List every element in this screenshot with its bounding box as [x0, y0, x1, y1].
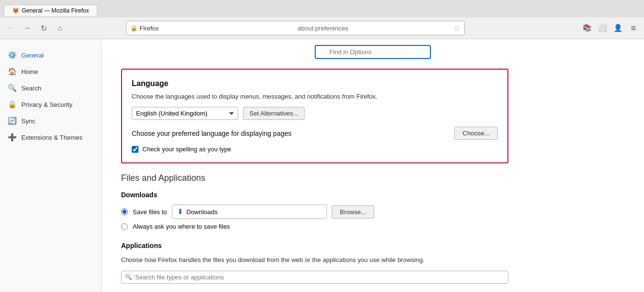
forward-button[interactable]: → [20, 21, 34, 35]
search-icon: 🔍 [8, 84, 16, 92]
sidebar-item-search-label: Search [21, 85, 41, 92]
preferred-lang-text: Choose your preferred language for displ… [132, 130, 291, 137]
bookmark-star-icon[interactable]: ☆ [454, 24, 460, 33]
sidebar-item-search[interactable]: 🔍 Search [0, 80, 101, 96]
menu-button[interactable]: ≡ [627, 21, 640, 35]
browser-chrome: 🦊 General — Mozilla Firefox ← → ↻ ⌂ 🔒 Fi… [0, 0, 644, 39]
search-apps-wrapper: 🔍 [121, 271, 508, 284]
downloads-subtitle: Downloads [121, 191, 508, 199]
downloads-section: Downloads Save files to ⬇ Downloads Brow… [121, 191, 508, 230]
spelling-checkbox-label: Check your spelling as you type [142, 146, 231, 153]
downloads-folder-icon: ⬇ [177, 207, 184, 216]
search-apps-icon: 🔍 [125, 274, 132, 280]
save-files-radio[interactable] [121, 208, 128, 215]
save-files-label: Save files to [133, 208, 167, 216]
sidebar-item-extensions-label: Extensions & Themes [21, 134, 82, 141]
back-button[interactable]: ← [4, 21, 17, 35]
language-section: Language Choose the languages used to di… [121, 69, 508, 163]
app-body: ⚙️ General 🏠 Home 🔍 Search 🔒 Privacy & S… [0, 39, 644, 292]
address-favicon: 🔒 [130, 25, 138, 31]
tab-favicon: 🦊 [12, 7, 19, 14]
find-in-options-input[interactable] [315, 45, 431, 59]
spelling-checkbox-row: Check your spelling as you type [132, 146, 498, 153]
lock-icon: 🔒 [8, 100, 16, 109]
applications-description: Choose how Firefox handles the files you… [121, 255, 508, 265]
sync-icon: 🔄 [8, 117, 16, 125]
preferred-language-row: Choose your preferred language for displ… [132, 127, 498, 140]
home-button[interactable]: ⌂ [53, 21, 67, 35]
save-files-row: Save files to ⬇ Downloads Browse... [121, 204, 508, 219]
reload-button[interactable]: ↻ [37, 21, 50, 35]
tab-bar: 🦊 General — Mozilla Firefox [0, 0, 644, 17]
content-area: 🔍 Language Choose the languages used to … [102, 39, 644, 292]
library-button[interactable]: 📚 [580, 21, 594, 35]
always-ask-label: Always ask you where to save files [133, 223, 230, 230]
search-applications-input[interactable] [121, 271, 508, 284]
sidebar-item-privacy[interactable]: 🔒 Privacy & Security [0, 96, 101, 113]
set-alternatives-button[interactable]: Set Alternatives... [243, 107, 305, 120]
tab-title: General — Mozilla Firefox [22, 7, 89, 14]
address-url: about:preferences [298, 25, 454, 32]
choose-language-button[interactable]: Choose... [454, 127, 498, 140]
browser-toolbar: ← → ↻ ⌂ 🔒 Firefox about:preferences ☆ 📚 … [0, 17, 644, 39]
gear-icon: ⚙️ [8, 51, 16, 59]
sync-button[interactable]: 👤 [611, 21, 625, 35]
sidebar-item-sync[interactable]: 🔄 Sync [0, 113, 101, 129]
downloads-path-display: ⬇ Downloads [172, 204, 327, 219]
active-tab[interactable]: 🦊 General — Mozilla Firefox [4, 5, 97, 16]
downloads-path-text: Downloads [186, 208, 217, 216]
sidebar-item-extensions[interactable]: ➕ Extensions & Themes [0, 129, 101, 146]
address-bar[interactable]: 🔒 Firefox about:preferences ☆ [126, 21, 465, 35]
applications-subtitle: Applications [121, 242, 508, 249]
sidebar: ⚙️ General 🏠 Home 🔍 Search 🔒 Privacy & S… [0, 39, 102, 292]
spelling-checkbox[interactable] [132, 146, 138, 153]
extensions-icon: ➕ [8, 133, 16, 142]
tab-view-button[interactable]: ⬜ [596, 21, 609, 35]
files-applications-title: Files and Applications [121, 173, 508, 183]
always-ask-row: Always ask you where to save files [121, 223, 508, 230]
address-browser-name: Firefox [139, 25, 296, 32]
language-select-row: English (United Kingdom) English (United… [132, 107, 498, 120]
toolbar-right-icons: 📚 ⬜ 👤 ≡ [580, 21, 640, 35]
content-inner: Language Choose the languages used to di… [121, 69, 508, 284]
language-title: Language [132, 79, 498, 88]
sidebar-item-sync-label: Sync [21, 117, 35, 125]
sidebar-item-privacy-label: Privacy & Security [21, 101, 72, 108]
always-ask-radio[interactable] [121, 223, 128, 230]
language-description: Choose the languages used to display men… [132, 93, 498, 100]
find-bar-container: 🔍 [121, 39, 625, 61]
sidebar-item-general[interactable]: ⚙️ General [0, 47, 101, 63]
language-select[interactable]: English (United Kingdom) English (United… [132, 107, 238, 120]
find-input-wrapper: 🔍 [315, 45, 431, 59]
home-icon: 🏠 [8, 67, 16, 76]
sidebar-item-general-label: General [21, 52, 44, 59]
browse-button[interactable]: Browse... [332, 205, 374, 219]
sidebar-item-home-label: Home [21, 68, 38, 75]
applications-section: Applications Choose how Firefox handles … [121, 242, 508, 284]
sidebar-item-home[interactable]: 🏠 Home [0, 63, 101, 80]
